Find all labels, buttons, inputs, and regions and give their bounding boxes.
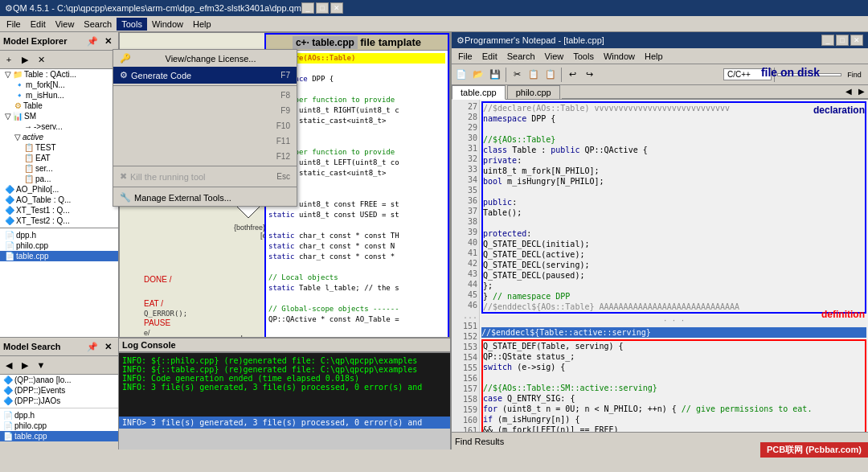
pn-minimize-button[interactable]: _ <box>821 35 834 46</box>
ft-line <box>268 325 445 335</box>
tree-file-item[interactable]: 📄 dpp.h <box>0 230 118 240</box>
dd-f8[interactable]: F8 <box>113 88 297 103</box>
pn-menu-help[interactable]: Help <box>640 50 668 63</box>
dd-view-license-label: View/change License... <box>166 54 256 64</box>
dd-manage-external-tools[interactable]: 🔧 Manage External Tools... <box>113 189 297 206</box>
ms-pin-button[interactable]: 📌 <box>85 339 100 354</box>
me-add-button[interactable]: + <box>2 52 16 67</box>
dd-f9[interactable]: F9 <box>113 103 297 118</box>
svg-text:e/: e/ <box>144 329 150 337</box>
tree-item[interactable]: 🔹 m_isHun... <box>0 90 118 101</box>
pn-menu-tools[interactable]: Tools <box>568 50 599 63</box>
dd-view-license[interactable]: 🔑 View/change License... <box>113 50 297 67</box>
dd-generate-code[interactable]: ⚙ Generate Code F7 <box>113 67 297 84</box>
ms-file-item-selected[interactable]: 📄 table.cpp <box>0 431 118 441</box>
ms-file-label: philo.cpp <box>14 421 47 430</box>
pn-nav-right[interactable]: ▶ <box>855 85 868 99</box>
tree-item[interactable]: ▽ 📁 Table : QActi... <box>0 69 118 80</box>
menu-help[interactable]: Help <box>188 18 216 31</box>
code-line <box>483 124 865 134</box>
model-explorer-tree[interactable]: ▽ 📁 Table : QActi... 🔹 m_fork[N... 🔹 m_i… <box>0 69 118 337</box>
tree-item[interactable]: ⚙ Table <box>0 101 118 111</box>
svg-text:PAUSE: PAUSE <box>144 318 170 327</box>
tree-item[interactable]: 🔷 AO_Philo[... <box>0 184 118 195</box>
ms-result-item[interactable]: 🔷 (DPP::)Events <box>0 385 118 396</box>
me-pin-button[interactable]: 📌 <box>85 34 100 48</box>
me-expand-button[interactable]: ▶ <box>18 52 32 67</box>
me-delete-button[interactable]: ✕ <box>34 52 48 67</box>
pn-redo-button[interactable]: ↪ <box>581 67 597 83</box>
ms-result-label: (DPP::)Events <box>14 386 65 395</box>
ms-file-item[interactable]: 📄 philo.cpp <box>0 421 118 431</box>
dd-generate-code-label: Generate Code <box>128 71 280 80</box>
ms-result-item[interactable]: 🔷 (DPP::)JAOs <box>0 396 118 406</box>
tree-item[interactable]: ▽ 📊 SM <box>0 111 118 121</box>
tab-table-cpp[interactable]: table.cpp <box>452 85 506 100</box>
pn-menu-view[interactable]: View <box>540 50 569 63</box>
tree-item[interactable]: 🔷 XT_Test2 : Q... <box>0 215 118 226</box>
menu-tools[interactable]: Tools <box>117 18 147 31</box>
tree-file-item-selected[interactable]: 📄 table.cpp <box>0 251 118 261</box>
me-close-button[interactable]: ✕ <box>100 34 115 48</box>
ms-back-button[interactable]: ◀ <box>2 358 16 372</box>
dd-kill-tool[interactable]: ✖ Kill the running tool Esc <box>113 168 297 185</box>
menu-view[interactable]: View <box>51 18 80 31</box>
tree-item[interactable]: 🔹 m_fork[N... <box>0 80 118 90</box>
code-define-section: Q_STATE_DEF(Table, serving) { QP::QState… <box>481 339 866 432</box>
file-template-filename: c+· table.cpp <box>293 36 358 49</box>
menu-window[interactable]: Window <box>147 18 188 31</box>
pn-tab-spacer <box>562 85 842 99</box>
ft-line <box>268 262 445 273</box>
tree-item[interactable]: 🔷 AO_Table : Q... <box>0 195 118 205</box>
pn-cut-button[interactable]: ✂ <box>509 67 525 83</box>
tab-philo-cpp[interactable]: philo.cpp <box>507 85 560 99</box>
pn-open-button[interactable]: 📂 <box>470 67 486 83</box>
minimize-button[interactable]: _ <box>301 2 314 14</box>
dd-f10[interactable]: F10 <box>113 118 297 133</box>
menu-edit[interactable]: Edit <box>26 18 51 31</box>
tree-file-item[interactable]: 📄 philo.cpp <box>0 240 118 251</box>
maximize-button[interactable]: □ <box>316 2 329 14</box>
pn-find-button[interactable]: Find <box>842 67 866 83</box>
close-button[interactable]: ✕ <box>330 2 343 14</box>
menu-file[interactable]: File <box>2 18 26 31</box>
pn-menu-edit[interactable]: Edit <box>477 50 502 63</box>
code-declare-section: //$declare(AOs::Table) vvvvvvvvvvvvvvvvv… <box>481 101 866 314</box>
license-icon: 🔑 <box>120 53 131 64</box>
tree-item[interactable]: ▽ active <box>0 132 118 142</box>
dd-f12[interactable]: F12 <box>113 149 297 164</box>
tree-item[interactable]: 📋 ser... <box>0 163 118 174</box>
pn-undo-button[interactable]: ↩ <box>564 67 580 83</box>
tree-item[interactable]: → ->serv... <box>0 121 118 132</box>
ms-down-button[interactable]: ▼ <box>34 358 48 372</box>
tree-item[interactable]: 📋 TEST <box>0 142 118 153</box>
ms-file-item[interactable]: 📄 dpp.h <box>0 410 118 421</box>
log-console-content[interactable]: INFO: ${::philo.cpp} (re)generated file:… <box>119 352 450 417</box>
ms-forward-button[interactable]: ▶ <box>18 358 32 372</box>
dd-f11[interactable]: F11 <box>113 133 297 149</box>
pn-save-button[interactable]: 💾 <box>487 67 503 83</box>
pn-code-content[interactable]: //$declare(AOs::Table) vvvvvvvvvvvvvvvvv… <box>480 100 868 432</box>
ms-file-icon: 📄 <box>3 411 13 420</box>
pn-new-button[interactable]: 📄 <box>453 67 469 83</box>
pn-menu-file[interactable]: File <box>453 50 477 63</box>
tree-item[interactable]: 📋 EAT <box>0 153 118 163</box>
tree-item[interactable]: 🔷 XT_Test1 : Q... <box>0 205 118 215</box>
pn-paste-button[interactable]: 📋 <box>542 67 559 83</box>
code-line: class Table : public QP::QActive { <box>483 145 865 155</box>
ms-result-item[interactable]: 🔷 (QP::)anao [lo... <box>0 375 118 385</box>
pn-close-button[interactable]: ✕ <box>850 35 863 46</box>
model-search-toolbar: ◀ ▶ ▼ <box>0 356 118 375</box>
ms-result-label: (DPP::)JAOs <box>14 396 60 405</box>
pn-nav-left[interactable]: ◀ <box>842 85 855 99</box>
generate-icon: ⚙ <box>120 70 128 80</box>
pn-maximize-button[interactable]: □ <box>836 35 849 46</box>
tree-item[interactable]: 📋 pa... <box>0 174 118 184</box>
ms-close-button[interactable]: ✕ <box>100 339 115 354</box>
menu-search[interactable]: Search <box>79 18 117 31</box>
qm-title-bar: ⚙ QM 4.5.1 - C:\qp\qpcpp\examples\arm-cm… <box>0 0 868 16</box>
f11-shortcut: F11 <box>276 137 290 146</box>
pn-menu-window[interactable]: Window <box>599 50 640 63</box>
pn-copy-button[interactable]: 📋 <box>526 67 542 83</box>
pn-menu-search[interactable]: Search <box>502 50 540 63</box>
